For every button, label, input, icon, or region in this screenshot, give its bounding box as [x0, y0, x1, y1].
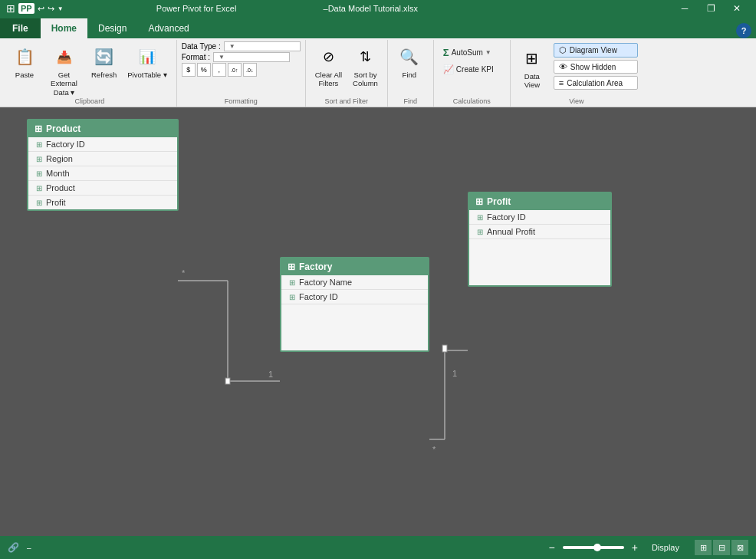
autosum-label: AutoSum: [452, 48, 483, 57]
factory-table[interactable]: ⊞ Factory ⊞ Factory Name ⊞ Factory ID: [280, 257, 429, 352]
autosum-button[interactable]: Σ AutoSum ▼: [439, 44, 498, 61]
zoom-slider[interactable]: [563, 546, 624, 549]
show-hidden-label: Show Hidden: [570, 63, 616, 71]
increase-decimal-button[interactable]: .0↑: [228, 63, 242, 77]
ribbon-tabs: File Home Design Advanced ?: [0, 17, 756, 38]
clear-filters-icon: ⊘: [316, 44, 340, 69]
fit-view-button[interactable]: ⊟: [713, 540, 730, 555]
find-label: Find: [403, 71, 416, 79]
autosum-icon: Σ: [443, 47, 449, 58]
product-profit-label: Profit: [46, 198, 66, 207]
decrease-decimal-button[interactable]: .0↓: [243, 63, 257, 77]
clear-all-filters-button[interactable]: ⊘ Clear AllFilters: [311, 41, 347, 91]
get-external-data-icon: 📥: [52, 44, 77, 69]
show-hidden-button[interactable]: 👁 Show Hidden: [554, 60, 638, 74]
find-icon: 🔍: [397, 44, 422, 69]
comma-button[interactable]: ,: [212, 63, 226, 77]
zoom-thumb: [593, 544, 601, 551]
calculations-group: Σ AutoSum ▼ 📈 Create KPI Calculations: [434, 40, 511, 107]
refresh-button[interactable]: 🔄 Refresh: [87, 41, 121, 82]
create-kpi-button[interactable]: 📈 Create KPI: [439, 62, 498, 77]
profit-field-factory-id: ⊞ Factory ID: [469, 210, 610, 225]
field-icon-region: ⊞: [36, 155, 42, 163]
format-dropdown[interactable]: ▼: [213, 52, 290, 62]
percent-button[interactable]: %: [197, 63, 211, 77]
zoom-plus-icon[interactable]: +: [632, 541, 638, 554]
factory-table-title: Factory: [299, 261, 332, 272]
title-bar-icons: ⊞ PP ↩ ↪ ▼: [6, 2, 64, 15]
excel-small-icon: ⊞: [6, 2, 15, 15]
svg-text:*: *: [182, 268, 186, 278]
sort-by-column-button[interactable]: ⇅ Sort byColumn: [348, 41, 383, 91]
sort-icon: ⇅: [353, 44, 377, 69]
svg-rect-3: [225, 378, 230, 384]
diagram-view-label: Diagram View: [570, 46, 617, 54]
close-button[interactable]: ✕: [724, 0, 750, 17]
get-external-data-label: Get ExternalData ▾: [48, 71, 81, 97]
product-field-month: ⊞ Month: [28, 166, 177, 181]
zoom-minus-icon[interactable]: −: [549, 541, 555, 554]
format-label: Format :: [182, 53, 210, 61]
restore-button[interactable]: ❐: [698, 0, 724, 17]
diagram-view-button[interactable]: ⬡ Diagram View: [554, 43, 638, 58]
pp-icon: PP: [18, 3, 35, 14]
zoom-label: Display: [652, 543, 679, 552]
refresh-label: Refresh: [91, 71, 117, 79]
field-icon-factory-name: ⊞: [289, 278, 295, 287]
product-table-header: ⊞ Product: [28, 120, 177, 137]
product-table-title: Product: [46, 123, 81, 134]
format-row: Format : ▼: [182, 52, 301, 62]
kpi-label: Create KPI: [456, 65, 494, 74]
status-icon: 🔗: [8, 542, 19, 553]
number-format-buttons: $ % , .0↑ .0↓: [182, 63, 257, 77]
field-icon-factory-id-f: ⊞: [289, 293, 295, 301]
paste-button[interactable]: 📋 Paste: [8, 41, 41, 82]
profit-table-icon: ⊞: [475, 196, 483, 207]
data-view-button[interactable]: ⊞ DataView: [515, 43, 549, 93]
expand-view-button[interactable]: ⊠: [731, 540, 748, 555]
grid-view-button[interactable]: ⊞: [695, 540, 712, 555]
profit-table-header: ⊞ Profit: [469, 193, 610, 210]
window-title: Power Pivot for Excel: [70, 4, 324, 13]
help-button[interactable]: ?: [736, 23, 751, 38]
minimize-button[interactable]: ─: [672, 0, 698, 17]
field-icon-profit-fid: ⊞: [477, 213, 483, 222]
field-icon-profit-p: ⊞: [36, 199, 42, 207]
product-factory-id-label: Factory ID: [46, 140, 85, 149]
field-icon-month: ⊞: [36, 169, 42, 178]
product-table[interactable]: ⊞ Product ⊞ Factory ID ⊞ Region ⊞ Month …: [27, 119, 179, 211]
show-hidden-icon: 👁: [559, 62, 567, 71]
file-title: Data Model Tutorial.xlsx: [328, 4, 418, 13]
window-controls[interactable]: ─ ❐ ✕: [672, 0, 750, 17]
calculations-label: Calculations: [434, 97, 510, 105]
factory-table-icon: ⊞: [288, 261, 295, 272]
calc-area-label: Calculation Area: [567, 79, 623, 87]
svg-text:1: 1: [452, 369, 457, 378]
clipboard-group: 📋 Paste 📥 Get ExternalData ▾ 🔄 Refresh 📊…: [3, 40, 177, 107]
get-external-data-button[interactable]: 📥 Get ExternalData ▾: [43, 41, 85, 100]
undo-icon[interactable]: ↩: [38, 4, 44, 14]
autosum-chevron: ▼: [485, 49, 491, 56]
svg-rect-9: [442, 345, 447, 352]
product-region-label: Region: [46, 154, 73, 163]
data-type-dropdown[interactable]: ▼: [224, 41, 301, 51]
currency-button[interactable]: $: [182, 63, 196, 77]
data-view-icon: ⊞: [520, 46, 544, 71]
dropdown-icon[interactable]: ▼: [58, 5, 64, 12]
product-field-factory-id: ⊞ Factory ID: [28, 137, 177, 152]
redo-icon[interactable]: ↪: [48, 4, 54, 14]
profit-empty-space: [469, 239, 610, 285]
format-chevron: ▼: [219, 54, 225, 61]
find-button[interactable]: 🔍 Find: [393, 41, 426, 82]
product-month-label: Month: [46, 169, 70, 178]
tab-file[interactable]: File: [0, 18, 41, 38]
profit-table[interactable]: ⊞ Profit ⊞ Factory ID ⊞ Annual Profit: [468, 192, 612, 287]
pivottable-button[interactable]: 📊 PivotTable ▾: [123, 41, 171, 82]
tab-advanced[interactable]: Advanced: [137, 18, 199, 38]
tab-design[interactable]: Design: [87, 18, 137, 38]
tab-home[interactable]: Home: [41, 18, 87, 38]
factory-id-label: Factory ID: [299, 292, 338, 301]
factory-name-label: Factory Name: [299, 278, 352, 287]
factory-field-name: ⊞ Factory Name: [281, 275, 428, 290]
calculation-area-button[interactable]: ≡ Calculation Area: [554, 76, 638, 90]
